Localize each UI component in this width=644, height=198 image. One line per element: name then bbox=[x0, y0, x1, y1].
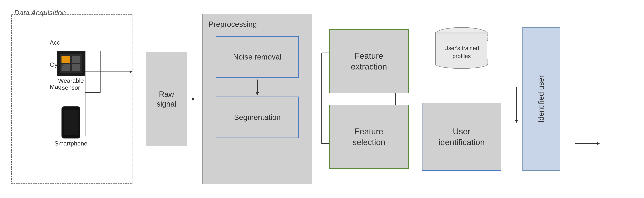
feature-selection-box: Feature selection bbox=[329, 105, 409, 169]
smartphone-label: Smartphone bbox=[54, 140, 88, 147]
cylinder-label: User's trained profiles bbox=[435, 44, 488, 60]
preprocessing-title: Preprocessing bbox=[208, 20, 257, 28]
user-identification-box: User identification bbox=[422, 103, 501, 171]
smartphone-item: Smartphone bbox=[54, 106, 88, 147]
noise-removal-box: Noise removal bbox=[216, 36, 299, 78]
feature-extraction-label: Feature extraction bbox=[351, 50, 387, 72]
svg-marker-29 bbox=[515, 120, 518, 123]
feature-column: Feature extraction Feature selection bbox=[326, 14, 412, 184]
svg-marker-31 bbox=[597, 142, 600, 145]
cylinder-label-container: User's trained profiles bbox=[435, 44, 488, 60]
main-diagram: Data Acquisition Wearable sensor bbox=[0, 0, 644, 198]
svg-marker-12 bbox=[192, 97, 195, 101]
gyro-label: Gyro bbox=[50, 61, 63, 68]
preprocessing-box: Preprocessing Noise removal Segmentation bbox=[202, 14, 312, 184]
identified-user-label: Identified user bbox=[536, 75, 546, 123]
acc-label: Acc bbox=[50, 39, 63, 46]
feature-extraction-box: Feature extraction bbox=[329, 29, 409, 93]
data-acquisition-section: Data Acquisition Wearable sensor bbox=[11, 14, 132, 184]
right-col: User's trained profiles User identificat… bbox=[416, 27, 507, 171]
identified-user-box: Identified user bbox=[522, 27, 560, 171]
database-cylinder: User's trained profiles bbox=[435, 27, 488, 69]
noise-to-segmentation-arrow bbox=[257, 80, 258, 95]
feature-selection-label: Feature selection bbox=[352, 126, 386, 148]
segmentation-label: Segmentation bbox=[234, 113, 281, 122]
user-identification-label: User identification bbox=[438, 126, 485, 148]
mag-label: Mag bbox=[50, 83, 63, 90]
raw-signal-label: Raw signal bbox=[157, 89, 176, 109]
smartphone-image bbox=[62, 106, 80, 139]
segmentation-box: Segmentation bbox=[216, 97, 299, 138]
data-acquisition-title: Data Acquisition bbox=[14, 9, 66, 17]
noise-removal-label: Noise removal bbox=[233, 53, 282, 61]
cylinder-bottom bbox=[435, 59, 488, 69]
raw-signal-box: Raw signal bbox=[146, 52, 187, 146]
